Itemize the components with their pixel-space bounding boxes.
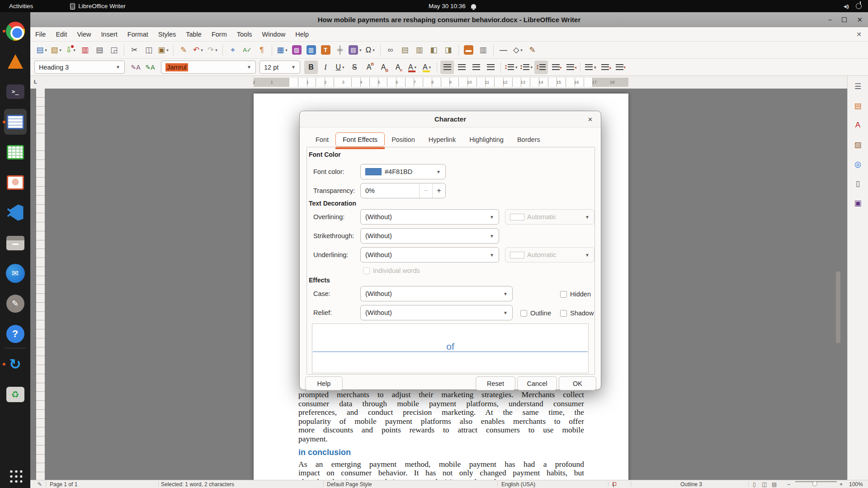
menu-tools[interactable]: Tools	[232, 29, 257, 40]
vertical-scrollbar[interactable]	[834, 89, 842, 480]
insert-bookmark[interactable]: ◧	[427, 43, 441, 57]
basic-shapes[interactable]: ◇▾	[511, 43, 525, 57]
insert-hyperlink[interactable]: ∞	[384, 43, 397, 57]
dock-chrome[interactable]	[2, 16, 29, 46]
reset-button[interactable]: Reset	[476, 376, 515, 390]
transparency-spinner[interactable]: 0% − +	[360, 183, 446, 198]
paragraph-style-combo[interactable]: Heading 3 ▼	[34, 61, 125, 74]
dock-trash[interactable]: ♻	[2, 379, 29, 409]
formatting-marks[interactable]: ¶	[255, 43, 269, 57]
page-count[interactable]: Page 1 of 1	[50, 481, 77, 488]
tab-borders[interactable]: Borders	[510, 133, 547, 146]
insert-cross-reference[interactable]: ◨	[442, 43, 455, 57]
dock-impress[interactable]	[2, 167, 29, 197]
insert-comment[interactable]: ▬	[462, 43, 476, 57]
insert-table[interactable]: ▦▾	[275, 43, 289, 57]
cut[interactable]: ✂	[127, 43, 141, 57]
dock-calc[interactable]	[2, 137, 29, 167]
decrease-indent[interactable]: ◂	[563, 61, 577, 74]
dock-terminal[interactable]: >_	[2, 76, 29, 107]
zoom-slider-knob[interactable]	[812, 481, 817, 486]
zoom-out-button[interactable]: −	[787, 481, 790, 488]
menu-insert[interactable]: Insert	[96, 29, 123, 40]
view-book-button[interactable]: ▤	[772, 481, 777, 488]
dock-software-updater[interactable]: ↻	[2, 349, 29, 379]
system-status-area[interactable]: ◄))	[843, 3, 862, 9]
hidden-checkbox[interactable]: Hidden	[560, 291, 591, 298]
increase-paragraph-spacing[interactable]: ▴	[598, 61, 612, 74]
dialog-close-button[interactable]: ✕	[585, 115, 595, 124]
tab-font-effects[interactable]: Font Effects	[335, 132, 385, 147]
tab-highlighting[interactable]: Highlighting	[462, 133, 510, 146]
strikethrough[interactable]: S	[348, 61, 361, 74]
relief-dropdown[interactable]: (Without) ▼	[360, 305, 513, 320]
track-changes[interactable]: ▥	[476, 43, 490, 57]
insert-endnote[interactable]: ▥	[413, 43, 426, 57]
outline-checkbox[interactable]: Outline	[520, 310, 551, 317]
paste[interactable]: ▣▾	[156, 43, 170, 57]
page-style[interactable]: Default Page Style	[327, 481, 372, 488]
tab-stop-selector[interactable]: L	[34, 79, 37, 84]
export-pdf[interactable]: ▥	[78, 43, 92, 57]
clear-formatting[interactable]: A✕	[391, 61, 405, 74]
page-break[interactable]: ╪	[333, 43, 347, 57]
dock-help[interactable]: ?	[2, 319, 29, 349]
properties-deck[interactable]: ▤	[851, 99, 865, 113]
increase-indent[interactable]: ▸	[549, 61, 562, 74]
open-file[interactable]: ▧▾	[49, 43, 63, 57]
menu-help[interactable]: Help	[290, 29, 314, 40]
dock-thunderbird[interactable]: ✉	[2, 258, 29, 288]
justified[interactable]	[484, 61, 497, 74]
dock-gimp[interactable]: ✎	[2, 288, 29, 319]
insert-chart[interactable]: ▥	[304, 43, 318, 57]
font-color-dropdown[interactable]: #4F81BD ▼	[360, 164, 446, 179]
vertical-ruler[interactable]	[36, 89, 45, 480]
find-and-replace[interactable]: ⌖	[226, 43, 240, 57]
view-single-page-button[interactable]: ▯	[753, 481, 756, 488]
menu-form[interactable]: Form	[207, 29, 232, 40]
italic[interactable]: I	[319, 61, 332, 74]
insert-footnote[interactable]: ▤	[398, 43, 412, 57]
insert-field[interactable]: ▤▾	[348, 43, 363, 57]
align-left[interactable]	[440, 61, 454, 74]
menu-file[interactable]: File	[30, 29, 51, 40]
transparency-decrease-button[interactable]: −	[419, 183, 432, 198]
view-multi-page-button[interactable]: ◫	[762, 481, 767, 488]
edit-mode-icon[interactable]: ✎	[38, 481, 42, 488]
close-window-button[interactable]: ✕	[857, 16, 863, 24]
new-document[interactable]: ▤▾	[35, 43, 48, 57]
navigator-deck[interactable]: ◎	[851, 157, 865, 171]
ordered-list[interactable]: ▾	[519, 61, 534, 74]
tab-hyperlink[interactable]: Hyperlink	[422, 133, 462, 146]
bold[interactable]: B	[304, 61, 318, 74]
help-button[interactable]: Help	[305, 376, 343, 390]
spelling[interactable]: A✓	[241, 43, 254, 57]
line-spacing[interactable]: ↕▾	[584, 61, 597, 74]
outline-level[interactable]: Outline 3	[680, 481, 702, 488]
highlighting-color[interactable]: A▾	[420, 61, 434, 74]
menu-edit[interactable]: Edit	[51, 29, 72, 40]
tab-font[interactable]: Font	[309, 133, 335, 146]
menu-view[interactable]: View	[72, 29, 96, 40]
strikethrough-dropdown[interactable]: (Without) ▼	[360, 228, 499, 244]
close-document-icon[interactable]: ✕	[856, 31, 862, 38]
window-titlebar[interactable]: How mobile payments are reshaping consum…	[30, 12, 868, 27]
redo[interactable]: ↷▾	[206, 43, 219, 57]
unordered-list[interactable]: ▾	[504, 61, 519, 74]
tab-position[interactable]: Position	[385, 133, 422, 146]
focused-app-indicator[interactable]: LibreOffice Writer	[70, 3, 126, 9]
font-name-combo[interactable]: Jamrul ▼	[161, 61, 256, 74]
minimize-button[interactable]: −	[828, 16, 832, 23]
ok-button[interactable]: OK	[559, 376, 596, 390]
insert-text-box[interactable]: T	[319, 43, 332, 57]
gallery-deck[interactable]: ▨	[851, 138, 865, 151]
insert-image[interactable]: ▨	[290, 43, 303, 57]
freeform-line[interactable]: ✎	[526, 43, 539, 57]
maximize-button[interactable]	[842, 17, 847, 22]
scrollbar-thumb[interactable]	[836, 271, 840, 343]
subscript[interactable]: AB	[377, 61, 390, 74]
decrease-paragraph-spacing[interactable]: ▾	[613, 61, 626, 74]
font-size-combo[interactable]: 12 pt ▼	[259, 61, 300, 74]
dock-files[interactable]	[2, 228, 29, 258]
update-paragraph-style[interactable]: ✎A	[129, 61, 142, 74]
